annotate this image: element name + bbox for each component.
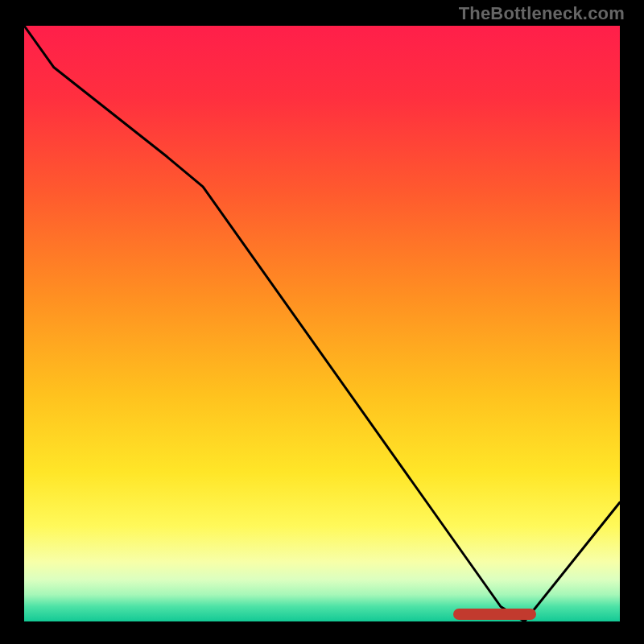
watermark-text: TheBottleneck.com: [459, 3, 625, 24]
cost-curve-path: [24, 26, 620, 621]
chart-plot-area: [24, 26, 620, 621]
optimal-range-bar: [453, 609, 537, 620]
chart-line-layer: [24, 26, 620, 621]
